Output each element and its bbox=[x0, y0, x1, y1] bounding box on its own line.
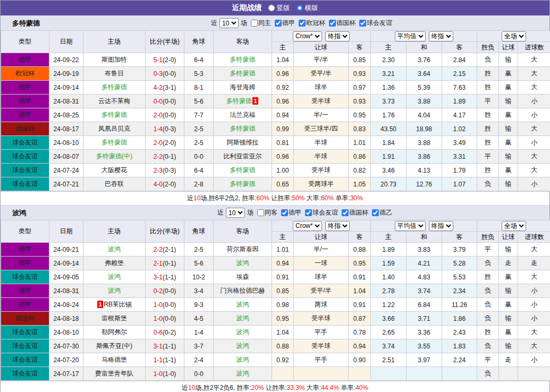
league-badge: 德甲 bbox=[1, 81, 49, 95]
recent-games-select[interactable]: 10 bbox=[226, 208, 245, 218]
column-header: 日期 bbox=[49, 31, 83, 53]
result-outcome: 胜 bbox=[477, 81, 499, 95]
team-cell: 多特蒙德 bbox=[214, 164, 272, 177]
corner-score: 0-0 bbox=[184, 150, 214, 164]
table-row: 德甲24-08-31波鸿0-2(0-0)3-4门兴格拉德巴赫0.85受平/半1.… bbox=[1, 284, 550, 298]
result-outcome: 胜 bbox=[477, 164, 499, 177]
league-checkbox-championsleague[interactable] bbox=[299, 20, 306, 27]
column-subheader: 让球 bbox=[294, 232, 349, 243]
result-handicap: 赢 bbox=[499, 108, 518, 122]
team-cell: 1RB莱比锡 bbox=[83, 298, 146, 312]
table-row: 球会友谊24-07-17费雷堡青年队1-0(1-0)0-0波鸿负 bbox=[1, 367, 550, 381]
team-link: 多特蒙德 bbox=[101, 111, 127, 118]
halftime-score: (0-3) bbox=[163, 125, 176, 133]
column-subheader: 和 bbox=[407, 232, 442, 243]
bookmaker-select[interactable]: Crow* bbox=[293, 31, 322, 41]
fulltime-scope-select[interactable]: 全场 bbox=[502, 31, 526, 41]
column-subheader: 和 bbox=[407, 42, 442, 53]
odds-home: 0.91 bbox=[272, 270, 294, 284]
league-badge: 德甲 bbox=[1, 108, 49, 122]
league-checkbox-friendly[interactable] bbox=[305, 209, 312, 216]
league-checkbox-bundesliga[interactable] bbox=[281, 209, 288, 216]
bookmaker-stage-select[interactable]: 终指 bbox=[325, 221, 350, 231]
result-handicap: 赢 bbox=[499, 81, 518, 95]
result-outcome: 平 bbox=[477, 95, 499, 108]
corner-score: 2-5 bbox=[184, 136, 214, 150]
recent-games-select[interactable]: 10 bbox=[219, 18, 239, 28]
team-cell: 波鸿 bbox=[214, 312, 272, 326]
average-select[interactable]: 平均值 bbox=[395, 221, 426, 231]
team-cell: 阿斯顿维拉 bbox=[214, 136, 272, 150]
score-cell: 5-1(2-0) bbox=[146, 53, 184, 67]
radio-selected-icon[interactable] bbox=[297, 5, 303, 11]
result-outcome: 胜 bbox=[477, 122, 499, 136]
team-cell: 雷根斯堡 bbox=[83, 312, 146, 326]
odds-away: 0.97 bbox=[349, 81, 371, 95]
layout-radio-vertical[interactable]: 竖版 bbox=[268, 4, 290, 13]
avg-draw: 3.97 bbox=[407, 353, 442, 367]
fulltime-scope-select[interactable]: 全场 bbox=[502, 221, 526, 231]
corner-score: 1-4 bbox=[184, 326, 214, 339]
same-venue-checkbox[interactable] bbox=[251, 20, 258, 27]
team-link: 埃森 bbox=[236, 273, 249, 280]
team-link: 波鸿 bbox=[236, 356, 249, 363]
table-row: 德甲24-08-241RB莱比锡1-0(0-0)9-3波鸿0.98两球0.911… bbox=[1, 298, 550, 312]
table-row: 球会友谊24-09-05波鸿3-1(1-1)10-2埃森0.91球半0.911.… bbox=[1, 270, 550, 284]
average-select[interactable]: 平均值 bbox=[395, 31, 426, 41]
team-link: 马格德堡 bbox=[101, 356, 127, 363]
summary-segment: 60% bbox=[321, 194, 334, 202]
avg-away: 2.34 bbox=[442, 284, 477, 298]
odds-away: 0.85 bbox=[349, 53, 371, 67]
average-stage-select[interactable]: 终指 bbox=[429, 31, 453, 41]
team-section-dortmund: 多特蒙德 近 10 场 同主 德甲 欧冠杯 德国杯 球会友谊 类型日期主场比分(… bbox=[1, 15, 549, 205]
column-subheader: 主 bbox=[272, 232, 294, 243]
average-stage-select[interactable]: 终指 bbox=[429, 221, 453, 231]
league-checkbox-bundesliga2[interactable] bbox=[372, 209, 379, 216]
team-link: 波鸿 bbox=[236, 314, 249, 322]
bookmaker-stage-select[interactable]: 终指 bbox=[325, 31, 350, 41]
league-label: 德甲 bbox=[289, 208, 301, 217]
team-cell: 多特蒙德 bbox=[83, 81, 146, 95]
radio-unselected-icon[interactable] bbox=[268, 5, 275, 11]
fulltime-score: 1-1 bbox=[154, 356, 163, 364]
league-checkbox-dfbpokal[interactable] bbox=[342, 209, 349, 216]
odds-home: 0.88 bbox=[272, 339, 294, 353]
avg-draw: 3.74 bbox=[407, 284, 442, 298]
odds-away: 0.90 bbox=[349, 353, 371, 367]
layout-radio-horizontal[interactable]: 横版 bbox=[297, 4, 318, 13]
same-venue-label: 同主 bbox=[258, 19, 271, 28]
result-outcome: 负 bbox=[477, 312, 499, 326]
team-link: 布鲁日 bbox=[105, 70, 124, 77]
team-cell: 荷尔斯泰因 bbox=[214, 243, 272, 257]
fulltime-score: 2-2 bbox=[154, 153, 163, 160]
odds-home: 0.96 bbox=[272, 150, 294, 164]
bookmaker-select[interactable]: Crow* bbox=[293, 221, 322, 231]
layout-radio-horizontal-label: 横版 bbox=[305, 4, 318, 13]
odds-away: 0.86 bbox=[349, 150, 371, 164]
odds-away bbox=[349, 367, 371, 381]
handicap-line: 平/半 bbox=[294, 53, 349, 67]
team-cell: 波鸿 bbox=[214, 339, 272, 353]
score-cell: 3-1(1-1) bbox=[146, 339, 184, 353]
avg-away: 2.84 bbox=[442, 53, 477, 67]
score-cell: 1-1(1-1) bbox=[146, 353, 184, 367]
match-date: 24-09-22 bbox=[49, 53, 83, 67]
result-outcome: 胜 bbox=[477, 108, 499, 122]
avg-home: 1.76 bbox=[371, 108, 407, 122]
fulltime-score: 2-1 bbox=[154, 260, 163, 267]
same-venue-checkbox[interactable] bbox=[257, 209, 264, 216]
avg-draw: 3.83 bbox=[407, 243, 442, 257]
team-link: 多特蒙德 bbox=[230, 166, 256, 174]
league-checkbox-bundesliga[interactable] bbox=[275, 20, 282, 27]
league-checkbox-friendly[interactable] bbox=[359, 20, 366, 27]
league-checkbox-dfbpokal[interactable] bbox=[329, 20, 336, 27]
result-goals: 大 bbox=[518, 164, 550, 177]
team-cell: 费雷堡青年队 bbox=[83, 367, 146, 381]
team-link: 波鸿 bbox=[236, 301, 249, 308]
summary-segment: 50% bbox=[292, 194, 304, 202]
match-date: 24-09-05 bbox=[49, 270, 83, 284]
filter-bar: 近 10 场 同客 德甲 球会友谊 德国杯 德乙 bbox=[217, 208, 392, 218]
recent-results-panel: 近期战绩 竖版 横版 多特蒙德 近 10 场 同主 德甲 欧冠杯 德 bbox=[0, 0, 550, 392]
league-badge: 球会友谊 bbox=[1, 326, 49, 339]
handicap-line: 受半球 bbox=[294, 339, 349, 353]
